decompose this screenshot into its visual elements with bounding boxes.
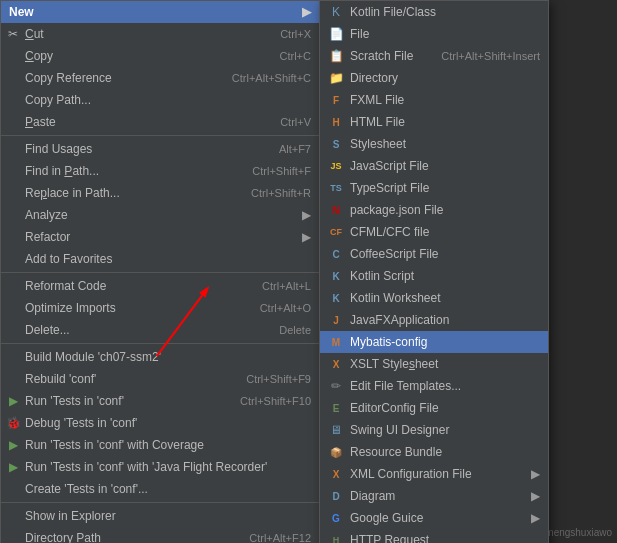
debug-tests-label: Debug 'Tests in 'conf': [25, 416, 311, 430]
javafx-icon: J: [328, 312, 344, 328]
menu-item-copy-reference[interactable]: Copy Reference Ctrl+Alt+Shift+C: [1, 67, 319, 89]
swing-icon: 🖥: [328, 422, 344, 438]
submenu-item-editorconfig[interactable]: E EditorConfig File: [320, 397, 548, 419]
find-in-path-shortcut: Ctrl+Shift+F: [252, 165, 311, 177]
copy-path-label: Copy Path...: [25, 93, 311, 107]
submenu-item-directory[interactable]: 📁 Directory: [320, 67, 548, 89]
submenu-item-xml-config[interactable]: X XML Configuration File ▶: [320, 463, 548, 485]
submenu-item-coffeescript[interactable]: C CoffeeScript File: [320, 243, 548, 265]
resource-bundle-label: Resource Bundle: [350, 445, 540, 459]
refactor-label: Refactor: [25, 230, 297, 244]
kotlin-script-label: Kotlin Script: [350, 269, 540, 283]
submenu-item-resource-bundle[interactable]: 📦 Resource Bundle: [320, 441, 548, 463]
menu-item-analyze[interactable]: Analyze ▶: [1, 204, 319, 226]
menu-item-delete[interactable]: Delete... Delete: [1, 319, 319, 341]
menu-item-optimize[interactable]: Optimize Imports Ctrl+Alt+O: [1, 297, 319, 319]
menu-item-run-recorder[interactable]: ▶ Run 'Tests in 'conf' with 'Java Flight…: [1, 456, 319, 478]
menu-item-run-coverage[interactable]: ▶ Run 'Tests in 'conf' with Coverage: [1, 434, 319, 456]
submenu-item-fxml[interactable]: F FXML File: [320, 89, 548, 111]
guice-icon: G: [328, 510, 344, 526]
submenu-item-kotlin-file[interactable]: K Kotlin File/Class: [320, 1, 548, 23]
submenu-item-edit-templates[interactable]: ✏ Edit File Templates...: [320, 375, 548, 397]
javascript-label: JavaScript File: [350, 159, 540, 173]
file-icon: 📄: [328, 26, 344, 42]
submenu-item-file[interactable]: 📄 File: [320, 23, 548, 45]
package-json-label: package.json File: [350, 203, 540, 217]
diagram-icon: D: [328, 488, 344, 504]
menu-item-find-in-path[interactable]: Find in Path... Ctrl+Shift+F: [1, 160, 319, 182]
menu-item-create-tests[interactable]: Create 'Tests in 'conf'...: [1, 478, 319, 500]
submenu-item-html[interactable]: H HTML File: [320, 111, 548, 133]
submenu-item-swing[interactable]: 🖥 Swing UI Designer: [320, 419, 548, 441]
run-tests-shortcut: Ctrl+Shift+F10: [240, 395, 311, 407]
menu-item-refactor[interactable]: Refactor ▶: [1, 226, 319, 248]
menu-item-copy[interactable]: Copy Ctrl+C: [1, 45, 319, 67]
scratch-file-label: Scratch File: [350, 49, 421, 63]
run-tests-label: Run 'Tests in 'conf': [25, 394, 220, 408]
menu-item-find-usages[interactable]: Find Usages Alt+F7: [1, 138, 319, 160]
menu-item-add-favorites[interactable]: Add to Favorites: [1, 248, 319, 270]
xml-config-arrow: ▶: [531, 467, 540, 481]
diagram-arrow: ▶: [531, 489, 540, 503]
menu-item-run-tests[interactable]: ▶ Run 'Tests in 'conf' Ctrl+Shift+F10: [1, 390, 319, 412]
separator-4: [1, 502, 319, 503]
menu-item-paste[interactable]: Paste Ctrl+V: [1, 111, 319, 133]
submenu-item-kotlin-worksheet[interactable]: K Kotlin Worksheet: [320, 287, 548, 309]
http-label: HTTP Request: [350, 533, 540, 543]
submenu-item-diagram[interactable]: D Diagram ▶: [320, 485, 548, 507]
submenu-item-scratch-file[interactable]: 📋 Scratch File Ctrl+Alt+Shift+Insert: [320, 45, 548, 67]
submenu-item-typescript[interactable]: TS TypeScript File: [320, 177, 548, 199]
submenu-item-stylesheet[interactable]: S Stylesheet: [320, 133, 548, 155]
fxml-label: FXML File: [350, 93, 540, 107]
menu-header-new[interactable]: New ▶: [1, 1, 319, 23]
diagram-label: Diagram: [350, 489, 526, 503]
new-label: New: [9, 5, 34, 19]
find-in-path-label: Find in Path...: [25, 164, 232, 178]
build-module-label: Build Module 'ch07-ssm2': [25, 350, 311, 364]
directory-icon: 📁: [328, 70, 344, 86]
submenu-item-cfml[interactable]: CF CFML/CFC file: [320, 221, 548, 243]
submenu-item-http-request[interactable]: H HTTP Request: [320, 529, 548, 543]
replace-in-path-shortcut: Ctrl+Shift+R: [251, 187, 311, 199]
run-recorder-label: Run 'Tests in 'conf' with 'Java Flight R…: [25, 460, 311, 474]
typescript-label: TypeScript File: [350, 181, 540, 195]
menu-item-replace-in-path[interactable]: Replace in Path... Ctrl+Shift+R: [1, 182, 319, 204]
mybatis-label: Mybatis-config: [350, 335, 540, 349]
menu-item-cut[interactable]: ✂ Cut Ctrl+X: [1, 23, 319, 45]
menu-item-debug-tests[interactable]: 🐞 Debug 'Tests in 'conf': [1, 412, 319, 434]
submenu-item-mybatis[interactable]: M Mybatis-config: [320, 331, 548, 353]
editorconfig-icon: E: [328, 400, 344, 416]
guice-label: Google Guice: [350, 511, 526, 525]
js-icon: JS: [328, 158, 344, 174]
find-usages-shortcut: Alt+F7: [279, 143, 311, 155]
refactor-arrow: ▶: [302, 230, 311, 244]
submenu-item-package-json[interactable]: N package.json File: [320, 199, 548, 221]
menu-item-reformat[interactable]: Reformat Code Ctrl+Alt+L: [1, 275, 319, 297]
copy-label: Copy: [25, 49, 260, 63]
menu-item-copy-path[interactable]: Copy Path...: [1, 89, 319, 111]
copy-reference-shortcut: Ctrl+Alt+Shift+C: [232, 72, 311, 84]
javafx-label: JavaFXApplication: [350, 313, 540, 327]
scratch-file-shortcut: Ctrl+Alt+Shift+Insert: [441, 50, 540, 62]
ts-icon: TS: [328, 180, 344, 196]
submenu-item-guice[interactable]: G Google Guice ▶: [320, 507, 548, 529]
menu-item-build-module[interactable]: Build Module 'ch07-ssm2': [1, 346, 319, 368]
run-icon: ▶: [5, 393, 21, 409]
xslt-icon: X: [328, 356, 344, 372]
html-icon: H: [328, 114, 344, 130]
submenu-item-xslt[interactable]: X XSLT Stylesheet: [320, 353, 548, 375]
menu-item-directory-path[interactable]: Directory Path Ctrl+Alt+F12: [1, 527, 319, 543]
directory-path-label: Directory Path: [25, 531, 229, 543]
menu-item-show-explorer[interactable]: Show in Explorer: [1, 505, 319, 527]
copy-shortcut: Ctrl+C: [280, 50, 311, 62]
submenu-item-kotlin-script[interactable]: K Kotlin Script: [320, 265, 548, 287]
separator-3: [1, 343, 319, 344]
editorconfig-label: EditorConfig File: [350, 401, 540, 415]
edit-templates-icon: ✏: [328, 378, 344, 394]
coffeescript-label: CoffeeScript File: [350, 247, 540, 261]
submenu-item-javafx[interactable]: J JavaFXApplication: [320, 309, 548, 331]
cut-icon: ✂: [5, 26, 21, 42]
submenu-item-javascript[interactable]: JS JavaScript File: [320, 155, 548, 177]
xml-config-icon: X: [328, 466, 344, 482]
menu-item-rebuild[interactable]: Rebuild 'conf' Ctrl+Shift+F9: [1, 368, 319, 390]
